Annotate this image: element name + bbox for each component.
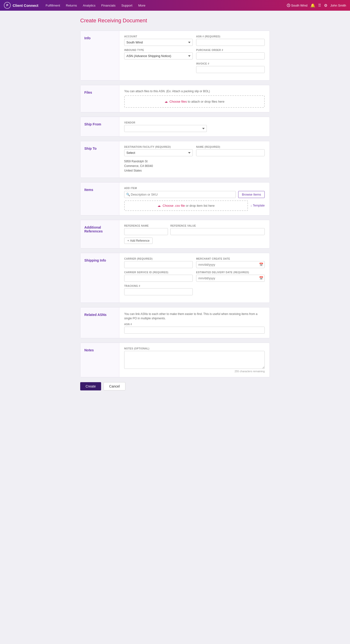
browse-items-button[interactable]: Browse Items	[238, 191, 265, 198]
carrier-input[interactable]	[124, 261, 193, 268]
download-icon: ↓	[250, 204, 252, 207]
address-line3: United States	[124, 168, 265, 173]
notifications-icon[interactable]: 🔔	[310, 3, 315, 8]
settings-icon[interactable]: ⚙	[324, 3, 327, 8]
form-actions: Create Cancel	[80, 382, 270, 390]
ref-value-label: REFERENCE VALUE	[170, 224, 265, 227]
choose-csv-link[interactable]: Choose .csv file	[162, 204, 185, 208]
org-icon	[287, 4, 290, 7]
related-asns-section: Related ASNs You can link ASNs to each o…	[80, 307, 270, 338]
merchant-date-label: MERCHANT CREATE DATE	[196, 258, 265, 260]
tracking-label: TRACKING #	[124, 285, 193, 287]
shipping-row-1: CARRIER (required) MERCHANT CREATE DATE …	[124, 258, 265, 268]
csv-drop-zone[interactable]: ☁ Choose .csv file or drop item list her…	[124, 200, 248, 211]
account-label: ACCOUNT	[124, 35, 193, 38]
address-line1: 5959 Randolph St	[124, 159, 265, 164]
inbound-type-label: INBOUND TYPE	[124, 49, 193, 52]
nav-returns[interactable]: Returns	[63, 4, 79, 7]
related-asn-input[interactable]	[124, 326, 265, 334]
est-delivery-input[interactable]	[196, 275, 265, 282]
vendor-select[interactable]	[124, 125, 207, 132]
info-section-body: ACCOUNT South Wind ASN # (required) INBO…	[119, 31, 270, 80]
merchant-date-wrap: 📅	[196, 261, 265, 268]
file-drop-zone[interactable]: ☁ Choose files to attach or drop files h…	[124, 95, 265, 108]
nav-more[interactable]: More	[136, 4, 148, 7]
info-row-2: INBOUND TYPE ASN (Advance Shipping Notic…	[124, 49, 265, 60]
inbound-type-select[interactable]: ASN (Advance Shipping Notice)	[124, 52, 193, 60]
ref-name-label: REFERENCE NAME	[124, 224, 168, 227]
items-add-row: 🔍 Browse Items	[124, 191, 265, 198]
ship-from-label: Ship From	[80, 117, 119, 136]
shipping-row-3: TRACKING #	[124, 285, 265, 295]
carrier-service-input[interactable]	[124, 275, 193, 282]
dest-facility-select[interactable]: Select	[124, 149, 193, 156]
items-search-input[interactable]	[124, 191, 236, 198]
app-logo[interactable]: P Client Connect	[4, 2, 38, 9]
nav-account-name[interactable]: South Wind	[287, 4, 307, 7]
merchant-date-group: MERCHANT CREATE DATE 📅	[196, 258, 265, 268]
create-button[interactable]: Create	[80, 382, 101, 390]
cancel-button[interactable]: Cancel	[104, 382, 125, 390]
items-section-body: ADD ITEM 🔍 Browse Items ☁ Choose .csv fi…	[119, 182, 270, 215]
carrier-service-label: CARRIER SERVICE ID (required)	[124, 271, 193, 274]
drop-text: to attach or drop files here	[188, 100, 224, 103]
nav-financials[interactable]: Financials	[99, 4, 118, 7]
est-delivery-group: ESTIMATED DELIVERY DATE (required) 📅	[196, 271, 265, 282]
dest-facility-group: DESTINATION FACILITY (required) Select	[124, 146, 193, 156]
nav-analytics[interactable]: Analytics	[80, 4, 98, 7]
tracking-input[interactable]	[124, 288, 193, 295]
items-bottom-row: ☁ Choose .csv file or drop item list her…	[124, 200, 265, 211]
notes-section-body: NOTES (optional) 255 characters remainin…	[119, 343, 270, 377]
ref-name-input[interactable]	[124, 228, 168, 235]
add-ref-icon: +	[127, 239, 129, 242]
ref-value-input[interactable]	[170, 228, 265, 235]
shipping-info-body: CARRIER (required) MERCHANT CREATE DATE …	[119, 253, 270, 302]
notes-textarea[interactable]	[124, 351, 265, 369]
apps-icon[interactable]: ⠿	[318, 3, 321, 8]
csv-drop-text: or drop item list here	[186, 204, 215, 208]
ship-to-row-1: DESTINATION FACILITY (required) Select N…	[124, 146, 265, 156]
related-asn-group: ASN #	[124, 323, 265, 334]
dest-facility-label: DESTINATION FACILITY (required)	[124, 146, 193, 148]
shipping-spacer	[196, 285, 265, 295]
page-content: Create Receiving Document Info ACCOUNT S…	[75, 11, 275, 405]
account-select[interactable]: South Wind	[124, 39, 193, 46]
additional-references-body: REFERENCE NAME REFERENCE VALUE + Add Ref…	[119, 220, 270, 248]
nav-support[interactable]: Support	[119, 4, 135, 7]
invoice-input[interactable]	[196, 66, 265, 73]
logo-icon: P	[4, 2, 11, 9]
inbound-type-group: INBOUND TYPE ASN (Advance Shipping Notic…	[124, 49, 193, 60]
choose-files-link[interactable]: Choose files	[169, 100, 187, 103]
tracking-group: TRACKING #	[124, 285, 193, 295]
navbar: P Client Connect Fulfillment Returns Ana…	[0, 0, 350, 11]
shipping-info-section: Shipping Info CARRIER (required) MERCHAN…	[80, 253, 270, 303]
files-section: Files You can attach files to this ASN. …	[80, 85, 270, 112]
invoice-label: INVOICE #	[196, 62, 265, 65]
files-info-text: You can attach files to this ASN. (Ex: A…	[124, 90, 265, 93]
po-input[interactable]	[196, 52, 265, 60]
add-reference-button[interactable]: + Add Reference	[124, 238, 153, 244]
est-delivery-label: ESTIMATED DELIVERY DATE (required)	[196, 271, 265, 274]
merchant-date-input[interactable]	[196, 261, 265, 268]
items-section-label: Items	[80, 182, 119, 215]
items-search-wrap: 🔍	[124, 191, 236, 198]
nav-fulfillment[interactable]: Fulfillment	[43, 4, 63, 7]
info-section: Info ACCOUNT South Wind ASN # (required)…	[80, 30, 270, 80]
add-ref-label: Add Reference	[130, 239, 149, 242]
shipping-row-2: CARRIER SERVICE ID (required) ESTIMATED …	[124, 271, 265, 282]
info-row-3: INVOICE #	[124, 62, 265, 73]
ship-to-name-input[interactable]	[196, 149, 265, 156]
ship-to-name-group: NAME (required)	[196, 146, 265, 156]
user-menu[interactable]: John Smith	[330, 4, 346, 7]
template-link[interactable]: ↓ Template	[250, 204, 265, 207]
additional-references-label: Additional References	[80, 220, 119, 248]
vendor-label: VENDOR	[124, 121, 207, 124]
ship-from-body: VENDOR	[119, 117, 270, 136]
carrier-group: CARRIER (required)	[124, 258, 193, 268]
ship-to-label: Ship To	[80, 141, 119, 178]
nav-right: South Wind 🔔 ⠿ ⚙ John Smith	[287, 3, 346, 8]
asn-input[interactable]	[196, 39, 265, 46]
invoice-group: INVOICE #	[196, 62, 265, 73]
shipping-info-label: Shipping Info	[80, 253, 119, 302]
carrier-label: CARRIER (required)	[124, 258, 193, 260]
